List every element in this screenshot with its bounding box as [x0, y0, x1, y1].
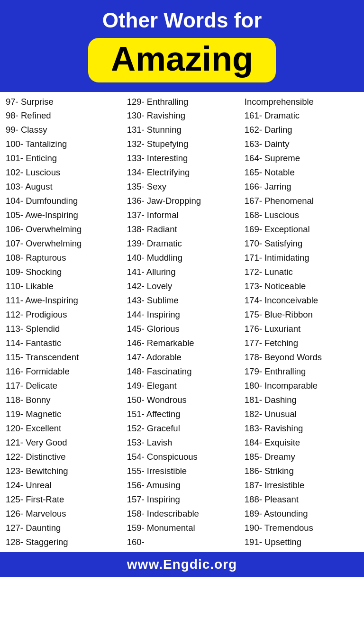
table-row: 111- Awe-Inspiring143- Sublime174- Incon… [4, 294, 360, 308]
table-row: 107- Overwhelming139- Dramatic170- Satis… [4, 237, 360, 251]
header-title: Other Words for [5, 9, 359, 32]
word-cell: 102- Luscious [4, 166, 125, 180]
word-cell: 168- Luscious [243, 209, 360, 223]
table-row: 119- Magnetic151- Affecting182- Unusual [4, 407, 360, 421]
table-row: 101- Enticing133- Interesting164- Suprem… [4, 152, 360, 166]
table-row: 110- Likable142- Lovely173- Noticeable [4, 280, 360, 294]
word-cell: 106- Overwhelming [4, 223, 125, 237]
word-cell: 134- Electrifying [125, 166, 243, 180]
table-row: 126- Marvelous158- Indescribable189- Ast… [4, 507, 360, 521]
table-row: 120- Excellent152- Graceful183- Ravishin… [4, 421, 360, 436]
word-table: 97- Surprise129- EnthrallingIncomprehens… [4, 95, 360, 549]
word-cell: 139- Dramatic [125, 237, 243, 251]
word-cell: 176- Luxuriant [243, 322, 360, 337]
table-row: 104- Dumfounding136- Jaw-Dropping167- Ph… [4, 194, 360, 209]
word-cell: 172- Lunatic [243, 265, 360, 280]
word-cell: 99- Classy [4, 123, 125, 137]
word-cell: 128- Staggering [4, 535, 125, 549]
word-cell: 118- Bonny [4, 393, 125, 407]
word-cell: 109- Shocking [4, 265, 125, 280]
word-cell: 146- Remarkable [125, 336, 243, 350]
word-cell: 177- Fetching [243, 336, 360, 350]
word-cell: 157- Inspiring [125, 492, 243, 507]
word-cell: 103- August [4, 180, 125, 194]
word-cell: 138- Radiant [125, 223, 243, 237]
word-cell: 171- Intimidating [243, 251, 360, 265]
header: Other Words for Amazing [0, 0, 364, 92]
table-row: 105- Awe-Inspiring137- Informal168- Lusc… [4, 209, 360, 223]
word-cell: 112- Prodigious [4, 308, 125, 322]
word-cell: 166- Jarring [243, 180, 360, 194]
word-cell: 126- Marvelous [4, 507, 125, 521]
word-cell: 133- Interesting [125, 152, 243, 166]
word-cell: 124- Unreal [4, 478, 125, 492]
word-cell: 173- Noticeable [243, 280, 360, 294]
word-cell: 125- First-Rate [4, 492, 125, 507]
word-cell: 110- Likable [4, 280, 125, 294]
word-cell: 189- Astounding [243, 507, 360, 521]
table-row: 125- First-Rate157- Inspiring188- Pleasa… [4, 492, 360, 507]
word-cell: 130- Ravishing [125, 109, 243, 123]
word-cell: 163- Dainty [243, 137, 360, 152]
word-cell: 170- Satisfying [243, 237, 360, 251]
table-row: 102- Luscious134- Electrifying165- Notab… [4, 166, 360, 180]
word-cell: 191- Upsetting [243, 535, 360, 549]
word-list: 97- Surprise129- EnthrallingIncomprehens… [0, 92, 364, 552]
word-cell: Incomprehensible [243, 95, 360, 109]
word-cell: 165- Notable [243, 166, 360, 180]
word-cell: 143- Sublime [125, 294, 243, 308]
word-cell: 190- Tremendous [243, 521, 360, 535]
word-cell: 184- Exquisite [243, 436, 360, 450]
word-cell: 111- Awe-Inspiring [4, 294, 125, 308]
table-row: 128- Staggering160-191- Upsetting [4, 535, 360, 549]
word-cell: 108- Rapturous [4, 251, 125, 265]
word-cell: 185- Dreamy [243, 450, 360, 464]
word-cell: 145- Glorious [125, 322, 243, 337]
table-row: 97- Surprise129- EnthrallingIncomprehens… [4, 95, 360, 109]
word-cell: 164- Supreme [243, 152, 360, 166]
word-cell: 180- Incomparable [243, 379, 360, 393]
table-row: 106- Overwhelming138- Radiant169- Except… [4, 223, 360, 237]
word-cell: 100- Tantalizing [4, 137, 125, 152]
word-cell: 135- Sexy [125, 180, 243, 194]
word-cell: 183- Ravishing [243, 421, 360, 436]
word-cell: 188- Pleasant [243, 492, 360, 507]
word-cell: 137- Informal [125, 209, 243, 223]
word-cell: 116- Formidable [4, 364, 125, 379]
word-cell: 113- Splendid [4, 322, 125, 337]
table-row: 116- Formidable148- Fascinating179- Enth… [4, 364, 360, 379]
word-cell: 159- Monumental [125, 521, 243, 535]
word-cell: 178- Beyond Words [243, 350, 360, 364]
word-cell: 121- Very Good [4, 436, 125, 450]
table-row: 112- Prodigious144- Inspiring175- Blue-R… [4, 308, 360, 322]
word-cell: 101- Enticing [4, 152, 125, 166]
table-row: 118- Bonny150- Wondrous181- Dashing [4, 393, 360, 407]
word-cell: 107- Overwhelming [4, 237, 125, 251]
table-row: 113- Splendid145- Glorious176- Luxuriant [4, 322, 360, 337]
table-row: 124- Unreal156- Amusing187- Irresistible [4, 478, 360, 492]
word-cell: 127- Daunting [4, 521, 125, 535]
table-row: 127- Daunting159- Monumental190- Tremend… [4, 521, 360, 535]
word-cell: 167- Phenomenal [243, 194, 360, 209]
table-row: 122- Distinctive154- Conspicuous185- Dre… [4, 450, 360, 464]
word-cell: 149- Elegant [125, 379, 243, 393]
word-cell: 98- Refined [4, 109, 125, 123]
word-cell: 160- [125, 535, 243, 549]
word-cell: 120- Excellent [4, 421, 125, 436]
word-cell: 142- Lovely [125, 280, 243, 294]
table-row: 109- Shocking141- Alluring172- Lunatic [4, 265, 360, 280]
word-cell: 182- Unusual [243, 407, 360, 421]
word-cell: 147- Adorable [125, 350, 243, 364]
word-cell: 169- Exceptional [243, 223, 360, 237]
word-cell: 123- Bewitching [4, 464, 125, 478]
word-cell: 175- Blue-Ribbon [243, 308, 360, 322]
word-cell: 150- Wondrous [125, 393, 243, 407]
word-cell: 131- Stunning [125, 123, 243, 137]
word-cell: 114- Fantastic [4, 336, 125, 350]
word-cell: 181- Dashing [243, 393, 360, 407]
word-cell: 97- Surprise [4, 95, 125, 109]
word-cell: 153- Lavish [125, 436, 243, 450]
word-cell: 174- Inconceivable [243, 294, 360, 308]
word-cell: 155- Irresistible [125, 464, 243, 478]
table-row: 103- August135- Sexy166- Jarring [4, 180, 360, 194]
